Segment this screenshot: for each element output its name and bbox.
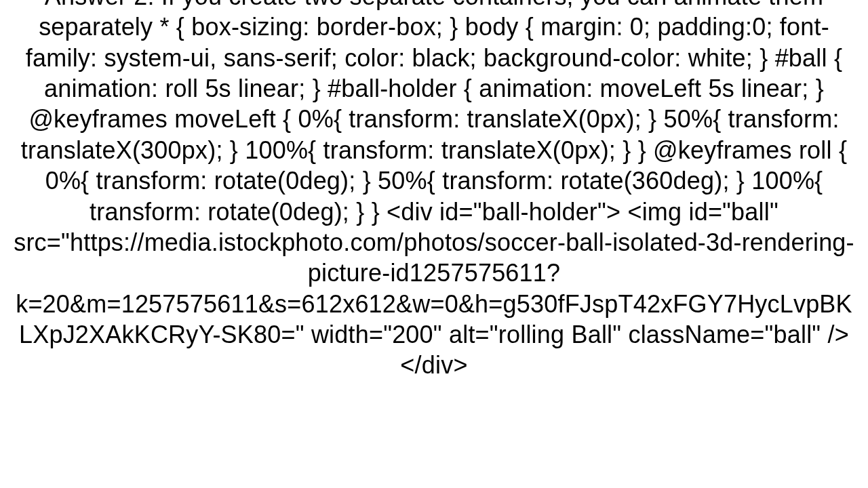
document-content: Answer 2: If you create two separate con… [0,0,868,488]
answer-text: Answer 2: If you create two separate con… [14,0,854,381]
